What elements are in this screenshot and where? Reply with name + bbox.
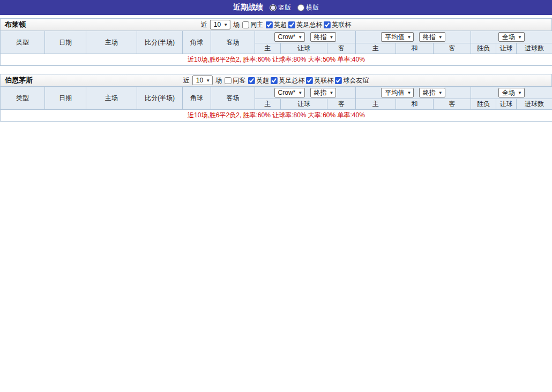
league-label: 英足总杯 [296,20,322,29]
league-checkbox[interactable] [288,21,295,28]
odds-stage-select[interactable]: 终指▼ [310,32,337,42]
same-venue-checkbox[interactable] [242,21,249,28]
recent-matches-table: 类型 日期 主场 比分(半场) 角球 客场 Crow*▼ 终指▼ 平均值▼ 终指… [0,31,552,66]
summary-text: 近10场,胜6平2负2, 胜率:60% 让球率:80% 大率:60% 单率:40… [1,110,552,122]
chevron-down-icon: ▼ [223,21,228,29]
team-filter-bar: 伯恩茅斯 近 10▼ 场 同客 英超英足总杯英联杯球会友谊 [0,74,552,86]
average-stage-select[interactable]: 终指▼ [419,32,445,42]
fulltime-group: 全场▼ [471,87,552,99]
average-select[interactable]: 平均值▼ [381,88,414,97]
same-venue-filter[interactable]: 同客 [225,76,245,85]
chevron-down-icon: ▼ [518,33,522,41]
team-name: 伯恩茅斯 [1,76,37,85]
col-handicap-home: 主 [255,99,281,110]
league-checkbox[interactable] [335,77,342,84]
col-result-goals: 进球数 [517,99,552,110]
col-result-goals: 进球数 [517,43,552,54]
col-handicap-away: 客 [327,99,356,110]
team-name: 布莱顿 [1,20,30,29]
col-avg-away: 客 [434,99,471,110]
odds-stage-select[interactable]: 终指▼ [310,88,337,97]
league-filters: 英超英足总杯英联杯球会友谊 [248,76,369,85]
league-filters: 英超英足总杯英联杯 [266,20,351,29]
filters: 近 10▼ 场 同客 英超英足总杯英联杯球会友谊 [183,76,369,85]
col-avg-home: 主 [356,99,396,110]
col-avg-away: 客 [434,43,471,54]
same-venue-filter[interactable]: 同主 [242,20,263,29]
col-score: 比分(半场) [137,31,183,54]
league-filter[interactable]: 英联杯 [306,76,333,85]
fulltime-group: 全场▼ [471,31,552,43]
league-checkbox[interactable] [306,77,313,84]
league-checkbox[interactable] [271,77,278,84]
chevron-down-icon: ▼ [407,33,411,41]
league-filter[interactable]: 英足总杯 [288,20,322,29]
chevron-down-icon: ▼ [206,77,210,85]
league-label: 英超 [274,20,287,29]
view-option-vertical[interactable]: 竖版 [270,3,291,12]
col-corner: 角球 [183,87,211,110]
same-venue-checkbox[interactable] [225,77,232,84]
games-label: 场 [233,20,240,29]
match-count-select[interactable]: 10▼ [192,76,213,85]
same-venue-label: 同主 [250,20,263,29]
average-odds-group: 平均值▼ 终指▼ [356,31,471,43]
handicap-odds-group: Crow*▼ 终指▼ [255,31,356,43]
header-dropdown-row: 类型 日期 主场 比分(半场) 角球 客场 Crow*▼ 终指▼ 平均值▼ 终指… [1,87,552,99]
col-type: 类型 [1,87,45,110]
league-label: 球会友谊 [343,76,369,85]
view-option-horizontal[interactable]: 横版 [297,3,319,12]
col-date: 日期 [45,87,86,110]
average-odds-group: 平均值▼ 终指▼ [356,87,471,99]
league-filter[interactable]: 英超 [266,20,287,29]
league-label: 英超 [256,76,269,85]
team-section-bournemouth: 伯恩茅斯 近 10▼ 场 同客 英超英足总杯英联杯球会友谊 类型 日期 主场 比… [0,74,552,122]
chevron-down-icon: ▼ [330,89,334,97]
topbar: 近期战绩 竖版 横版 [0,0,552,15]
chevron-down-icon: ▼ [330,33,334,41]
horizontal-view-radio[interactable] [297,4,304,11]
summary-row: 近10场,胜6平2负2, 胜率:60% 让球率:80% 大率:50% 单率:40… [1,54,552,66]
average-stage-select[interactable]: 终指▼ [419,88,445,97]
fulltime-select[interactable]: 全场▼ [498,88,525,97]
league-checkbox[interactable] [266,21,273,28]
odds-company-select[interactable]: Crow*▼ [274,32,305,42]
col-handicap-home: 主 [255,43,281,54]
league-label: 英足总杯 [279,76,304,85]
col-away: 客场 [211,87,255,110]
league-checkbox[interactable] [324,21,331,28]
col-away: 客场 [211,31,255,54]
average-select[interactable]: 平均值▼ [381,32,414,42]
vertical-view-radio[interactable] [270,4,277,11]
chevron-down-icon: ▼ [518,89,522,97]
league-filter[interactable]: 英足总杯 [271,76,304,85]
col-result-handicap: 让球 [496,99,517,110]
filters: 近 10▼ 场 同主 英超英足总杯英联杯 [201,20,351,29]
chevron-down-icon: ▼ [298,89,302,97]
league-filter[interactable]: 英超 [248,76,269,85]
page-title: 近期战绩 [233,3,263,12]
col-score: 比分(半场) [137,87,183,110]
league-label: 英联杯 [314,76,333,85]
col-home: 主场 [86,87,137,110]
col-avg-draw: 和 [396,43,434,54]
league-filter[interactable]: 球会友谊 [335,76,369,85]
match-count-select[interactable]: 10▼ [210,20,230,29]
team-filter-bar: 布莱顿 近 10▼ 场 同主 英超英足总杯英联杯 [0,18,552,31]
league-filter[interactable]: 英联杯 [324,20,351,29]
fulltime-select[interactable]: 全场▼ [498,32,525,42]
team-section-brighton: 布莱顿 近 10▼ 场 同主 英超英足总杯英联杯 类型 日期 主场 比分(半场) [0,18,552,66]
col-handicap-line: 让球 [281,43,327,54]
games-label: 场 [215,76,222,85]
league-checkbox[interactable] [248,77,255,84]
chevron-down-icon: ▼ [298,33,302,41]
col-date: 日期 [45,31,86,54]
col-handicap-line: 让球 [281,99,327,110]
recent-label: 近 [183,76,190,85]
same-venue-label: 同客 [233,76,245,85]
odds-company-select[interactable]: Crow*▼ [274,88,305,97]
col-home: 主场 [86,31,137,54]
recent-matches-table: 类型 日期 主场 比分(半场) 角球 客场 Crow*▼ 终指▼ 平均值▼ 终指… [0,86,552,122]
recent-label: 近 [201,20,207,29]
summary-row: 近10场,胜6平2负2, 胜率:60% 让球率:80% 大率:60% 单率:40… [1,110,552,122]
